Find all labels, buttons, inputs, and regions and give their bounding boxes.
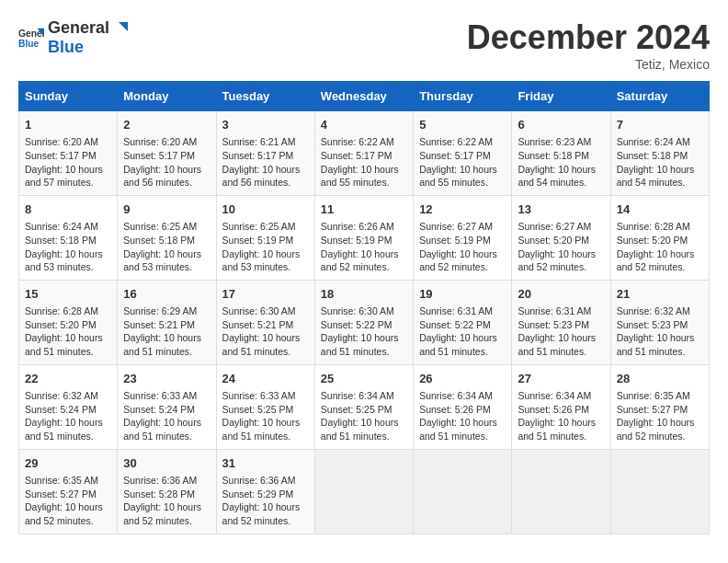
location: Tetiz, Mexico	[467, 57, 710, 72]
svg-text:Blue: Blue	[18, 39, 40, 49]
day-number: 8	[25, 201, 111, 218]
day-number: 27	[518, 371, 604, 387]
month-title: December 2024	[467, 18, 710, 57]
empty-cell	[512, 449, 610, 534]
day-cell-15: 15Sunrise: 6:28 AMSunset: 5:20 PMDayligh…	[19, 280, 118, 364]
day-cell-19: 19Sunrise: 6:31 AMSunset: 5:22 PMDayligh…	[414, 280, 512, 364]
logo: General Blue General Blue	[18, 18, 128, 57]
day-number: 25	[321, 371, 407, 387]
col-header-monday: Monday	[118, 82, 216, 111]
day-cell-31: 31Sunrise: 6:36 AMSunset: 5:29 PMDayligh…	[216, 449, 314, 534]
day-cell-7: 7Sunrise: 6:24 AMSunset: 5:18 PMDaylight…	[610, 111, 709, 196]
calendar-table: SundayMondayTuesdayWednesdayThursdayFrid…	[18, 81, 710, 534]
day-number: 6	[518, 117, 604, 133]
logo-icon: General Blue	[18, 25, 44, 51]
day-cell-1: 1Sunrise: 6:20 AMSunset: 5:17 PMDaylight…	[19, 111, 118, 196]
week-row: 29Sunrise: 6:35 AMSunset: 5:27 PMDayligh…	[19, 449, 710, 534]
day-number: 9	[123, 201, 210, 218]
day-number: 12	[419, 201, 506, 218]
day-cell-3: 3Sunrise: 6:21 AMSunset: 5:17 PMDaylight…	[216, 111, 314, 196]
day-cell-16: 16Sunrise: 6:29 AMSunset: 5:21 PMDayligh…	[118, 280, 216, 364]
day-cell-10: 10Sunrise: 6:25 AMSunset: 5:19 PMDayligh…	[216, 195, 314, 280]
col-header-sunday: Sunday	[19, 82, 118, 111]
day-number: 3	[222, 117, 309, 133]
day-cell-25: 25Sunrise: 6:34 AMSunset: 5:25 PMDayligh…	[314, 364, 413, 449]
day-cell-18: 18Sunrise: 6:30 AMSunset: 5:22 PMDayligh…	[314, 280, 413, 364]
day-cell-6: 6Sunrise: 6:23 AMSunset: 5:18 PMDaylight…	[512, 111, 610, 196]
header-row: SundayMondayTuesdayWednesdayThursdayFrid…	[19, 82, 710, 111]
day-number: 30	[123, 455, 210, 472]
day-cell-22: 22Sunrise: 6:32 AMSunset: 5:24 PMDayligh…	[19, 364, 118, 449]
day-cell-12: 12Sunrise: 6:27 AMSunset: 5:19 PMDayligh…	[414, 195, 512, 280]
day-cell-17: 17Sunrise: 6:30 AMSunset: 5:21 PMDayligh…	[216, 280, 314, 364]
title-block: December 2024 Tetiz, Mexico	[467, 18, 710, 72]
day-number: 5	[419, 117, 506, 133]
col-header-wednesday: Wednesday	[314, 82, 413, 111]
day-number: 24	[222, 371, 309, 387]
day-number: 19	[419, 286, 506, 303]
day-cell-26: 26Sunrise: 6:34 AMSunset: 5:26 PMDayligh…	[414, 364, 512, 449]
day-cell-21: 21Sunrise: 6:32 AMSunset: 5:23 PMDayligh…	[610, 280, 709, 364]
col-header-friday: Friday	[512, 82, 610, 111]
col-header-saturday: Saturday	[610, 82, 709, 111]
day-number: 14	[617, 201, 703, 218]
day-number: 15	[25, 286, 111, 303]
empty-cell	[610, 449, 709, 534]
week-row: 15Sunrise: 6:28 AMSunset: 5:20 PMDayligh…	[19, 280, 710, 364]
day-cell-27: 27Sunrise: 6:34 AMSunset: 5:26 PMDayligh…	[512, 364, 610, 449]
day-cell-29: 29Sunrise: 6:35 AMSunset: 5:27 PMDayligh…	[19, 449, 118, 534]
col-header-tuesday: Tuesday	[216, 82, 314, 111]
day-cell-2: 2Sunrise: 6:20 AMSunset: 5:17 PMDaylight…	[118, 111, 216, 196]
day-cell-13: 13Sunrise: 6:27 AMSunset: 5:20 PMDayligh…	[512, 195, 610, 280]
day-number: 23	[123, 371, 210, 387]
empty-cell	[314, 449, 413, 534]
day-number: 29	[25, 455, 111, 472]
day-cell-24: 24Sunrise: 6:33 AMSunset: 5:25 PMDayligh…	[216, 364, 314, 449]
day-number: 22	[25, 371, 111, 387]
day-number: 16	[123, 286, 210, 303]
day-number: 28	[617, 371, 703, 387]
day-number: 26	[419, 371, 506, 387]
day-number: 18	[321, 286, 407, 303]
day-number: 31	[222, 455, 309, 472]
day-cell-23: 23Sunrise: 6:33 AMSunset: 5:24 PMDayligh…	[118, 364, 216, 449]
day-number: 1	[25, 117, 111, 133]
logo-blue-text: Blue	[48, 38, 84, 56]
logo-general-text: General	[48, 18, 109, 38]
day-number: 11	[321, 201, 407, 218]
day-cell-11: 11Sunrise: 6:26 AMSunset: 5:19 PMDayligh…	[314, 195, 413, 280]
day-number: 17	[222, 286, 309, 303]
day-number: 13	[518, 201, 604, 218]
day-cell-8: 8Sunrise: 6:24 AMSunset: 5:18 PMDaylight…	[19, 195, 118, 280]
day-cell-14: 14Sunrise: 6:28 AMSunset: 5:20 PMDayligh…	[610, 195, 709, 280]
day-number: 21	[617, 286, 703, 303]
day-cell-28: 28Sunrise: 6:35 AMSunset: 5:27 PMDayligh…	[610, 364, 709, 449]
empty-cell	[414, 449, 512, 534]
day-number: 20	[518, 286, 604, 303]
week-row: 22Sunrise: 6:32 AMSunset: 5:24 PMDayligh…	[19, 364, 710, 449]
day-cell-20: 20Sunrise: 6:31 AMSunset: 5:23 PMDayligh…	[512, 280, 610, 364]
page-header: General Blue General Blue December 2024 …	[18, 18, 710, 72]
day-number: 10	[222, 201, 309, 218]
svg-marker-3	[119, 22, 128, 31]
day-number: 4	[321, 117, 407, 133]
week-row: 1Sunrise: 6:20 AMSunset: 5:17 PMDaylight…	[19, 111, 710, 196]
logo-arrow-icon	[111, 20, 128, 37]
day-cell-5: 5Sunrise: 6:22 AMSunset: 5:17 PMDaylight…	[414, 111, 512, 196]
day-number: 7	[617, 117, 703, 133]
day-number: 2	[123, 117, 210, 133]
week-row: 8Sunrise: 6:24 AMSunset: 5:18 PMDaylight…	[19, 195, 710, 280]
col-header-thursday: Thursday	[414, 82, 512, 111]
day-cell-4: 4Sunrise: 6:22 AMSunset: 5:17 PMDaylight…	[314, 111, 413, 196]
day-cell-9: 9Sunrise: 6:25 AMSunset: 5:18 PMDaylight…	[118, 195, 216, 280]
day-cell-30: 30Sunrise: 6:36 AMSunset: 5:28 PMDayligh…	[118, 449, 216, 534]
